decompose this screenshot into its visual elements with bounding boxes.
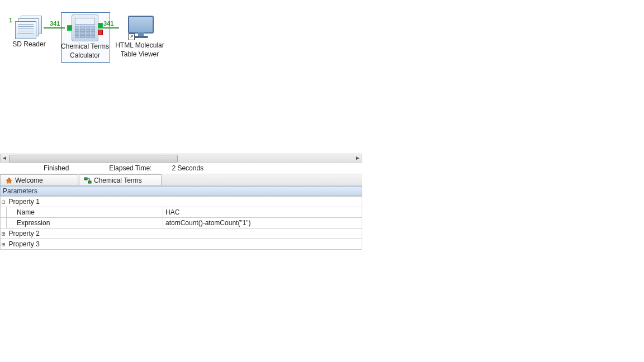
- tab-label: Welcome: [15, 177, 43, 184]
- parameters-header: Parameters: [0, 186, 362, 196]
- status-state: Finished: [40, 164, 72, 172]
- param-key: Name: [7, 207, 163, 218]
- property-group-label: Property 2: [7, 228, 362, 239]
- node-sd-reader[interactable]: SD Reader: [4, 16, 54, 48]
- monitor-icon: ↗: [126, 15, 154, 40]
- workflow-canvas[interactable]: 1 341 341 SD Reader Chemical Terms Calcu…: [0, 0, 362, 154]
- param-value[interactable]: HAC: [163, 207, 362, 218]
- table-row[interactable]: ⊞ Property 2: [1, 228, 362, 239]
- svg-rect-1: [84, 178, 87, 180]
- home-icon: [5, 177, 13, 184]
- tree-expand-icon[interactable]: ⊞: [1, 228, 7, 239]
- node-label: HTML Molecular: [115, 41, 165, 49]
- node-label: Calculator: [60, 51, 110, 59]
- tree-expand-icon[interactable]: ⊞: [1, 239, 7, 250]
- tab-welcome[interactable]: Welcome: [0, 174, 78, 186]
- error-port[interactable]: [98, 30, 103, 35]
- input-port[interactable]: [67, 25, 72, 31]
- param-value[interactable]: atomCount()-atomCount("1"): [163, 218, 362, 228]
- node-label: SD Reader: [4, 40, 54, 48]
- table-row[interactable]: ⊞ Property 3: [1, 239, 362, 250]
- node-html-viewer[interactable]: ↗ HTML Molecular Table Viewer: [115, 15, 165, 58]
- table-row[interactable]: Expression atomCount()-atomCount("1"): [1, 218, 362, 228]
- table-row[interactable]: ⊟ Property 1: [1, 197, 362, 207]
- param-key: Expression: [7, 218, 163, 228]
- scroll-right-arrow-icon[interactable]: ►: [354, 154, 362, 162]
- status-bar: Finished Elapsed Time: 2 Seconds: [0, 163, 362, 174]
- elapsed-value: 2 Seconds: [168, 164, 207, 172]
- node-label: Chemical Terms: [60, 42, 110, 50]
- tree-collapse-icon[interactable]: ⊟: [1, 197, 7, 207]
- output-port[interactable]: [98, 23, 103, 28]
- property-group-label: Property 1: [7, 197, 362, 207]
- node-chem-terms-calculator[interactable]: Chemical Terms Calculator: [60, 15, 110, 59]
- scroll-left-arrow-icon[interactable]: ◄: [1, 154, 8, 162]
- elapsed-label: Elapsed Time:: [106, 164, 155, 172]
- tab-bar: Welcome Chemical Terms: [0, 174, 362, 186]
- workflow-icon: [84, 177, 92, 184]
- shortcut-overlay-icon: ↗: [128, 34, 135, 40]
- svg-rect-2: [88, 181, 91, 183]
- document-stack-icon: [15, 16, 43, 39]
- table-row[interactable]: Name HAC: [1, 207, 362, 218]
- canvas-hscrollbar[interactable]: ◄ ►: [0, 154, 362, 163]
- parameters-table: ⊟ Property 1 Name HAC Expression atomCou…: [0, 196, 362, 250]
- node-label: Table Viewer: [115, 50, 165, 58]
- property-group-label: Property 3: [7, 239, 362, 250]
- tab-label: Chemical Terms: [94, 177, 142, 184]
- tab-chemical-terms[interactable]: Chemical Terms: [79, 174, 162, 186]
- svg-marker-0: [6, 178, 12, 183]
- calculator-icon: [72, 15, 98, 41]
- scroll-thumb[interactable]: [9, 155, 178, 163]
